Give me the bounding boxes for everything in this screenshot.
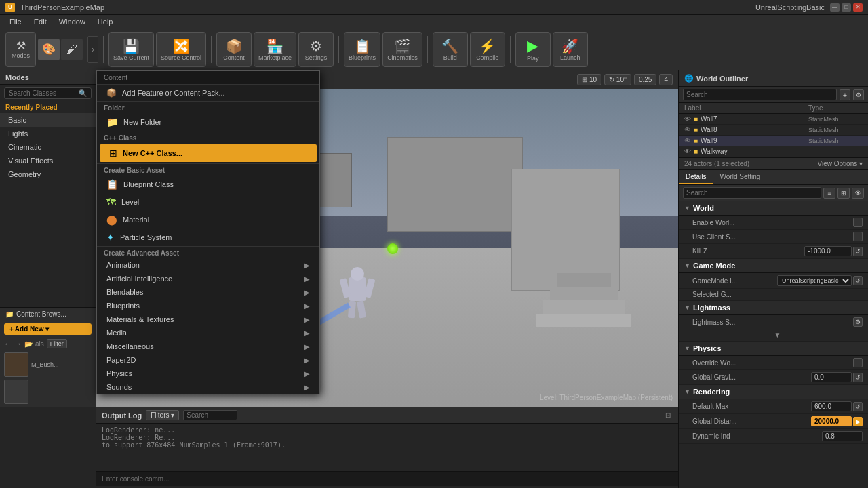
default-max-input[interactable] (811, 401, 852, 411)
win-close-button[interactable]: ✕ (853, 3, 863, 12)
asset-item-2[interactable] (4, 380, 92, 404)
paint-icon[interactable]: 🖌 (61, 39, 83, 60)
kill-z-reset-btn[interactable]: ↺ (853, 247, 863, 256)
sidebar-item-cinematic[interactable]: Cinematic (0, 140, 96, 154)
enable-world-checkbox[interactable] (853, 218, 863, 227)
rendering-section-header[interactable]: ▼ Rendering (679, 385, 868, 399)
view-options-btn[interactable]: View Options ▾ (817, 160, 863, 167)
gamemode-name: GameMode I... (692, 277, 777, 285)
content-button[interactable]: 📦 Content (216, 32, 252, 67)
rot-snap-btn[interactable]: ↻ 10° (604, 74, 631, 85)
win-minimize-button[interactable]: — (830, 3, 840, 12)
world-section-header[interactable]: ▼ World (679, 201, 868, 216)
ai-item[interactable]: Artificial Intelligence ▶ (97, 272, 319, 285)
back-icon[interactable]: ← (4, 340, 12, 348)
details-eye-icon[interactable]: 👁 (852, 188, 864, 199)
gamemode-reset-btn[interactable]: ↺ (853, 276, 863, 285)
material-item[interactable]: ⬤ Material (97, 211, 319, 228)
sculpt-icon[interactable]: 🎨 (38, 39, 60, 60)
kill-z-input[interactable] (804, 246, 852, 256)
search-classes-input[interactable] (9, 89, 79, 97)
marketplace-button[interactable]: 🏪 Marketplace (254, 32, 296, 67)
dynamic-ind-input[interactable] (822, 431, 863, 441)
outliner-settings-btn[interactable]: ⚙ (853, 89, 864, 100)
camera-speed-btn[interactable]: 4 (659, 74, 673, 85)
outliner-item-wall8[interactable]: 👁 ■ Wall8 StaticMesh (679, 125, 868, 136)
new-folder-item[interactable]: 📁 New Folder (97, 113, 319, 131)
menu-window[interactable]: Window (54, 17, 91, 26)
global-gravi-input[interactable] (811, 372, 852, 382)
launch-button[interactable]: 🚀 Launch (553, 32, 588, 67)
lightmass-s-btn[interactable]: ⚙ (853, 317, 863, 327)
blueprints-advanced-item[interactable]: Blueprints ▶ (97, 299, 319, 312)
menu-file[interactable]: File (4, 17, 27, 26)
sidebar-item-lights[interactable]: Lights (0, 127, 96, 140)
sounds-item[interactable]: Sounds ▶ (97, 380, 319, 394)
menu-edit[interactable]: Edit (28, 17, 52, 26)
new-cpp-item[interactable]: ⊞ New C++ Class... (100, 144, 317, 162)
output-log-search[interactable] (183, 410, 237, 420)
win-maximize-button[interactable]: □ (842, 3, 851, 12)
animation-item[interactable]: Animation ▶ (97, 258, 319, 272)
eye-icon-walkway[interactable]: 👁 (684, 148, 691, 155)
forward-icon[interactable]: → (14, 340, 22, 348)
cinematics-button[interactable]: 🎬 Cinematics (382, 32, 422, 67)
details-grid-icon[interactable]: ⊞ (837, 188, 850, 199)
details-list-icon[interactable]: ≡ (823, 188, 835, 199)
materials-textures-item[interactable]: Materials & Textures ▶ (97, 312, 319, 326)
asset-item-1[interactable]: M_Bush... (4, 352, 92, 377)
global-distar-reset-btn[interactable]: ▶ (853, 417, 863, 426)
level-item[interactable]: 🗺 Level (97, 193, 319, 211)
override-wo-checkbox[interactable] (853, 358, 863, 367)
play-button[interactable]: ▶ Play (515, 32, 551, 67)
outliner-item-wall7[interactable]: 👁 ■ Wall7 StaticMesh (679, 114, 868, 125)
add-feature-item[interactable]: 📦 Add Feature or Content Pack... (97, 85, 319, 101)
details-search-input[interactable] (683, 187, 821, 199)
particle-system-item[interactable]: ✦ Particle System (97, 228, 319, 246)
menu-help[interactable]: Help (92, 17, 119, 26)
eye-icon-wall7[interactable]: 👁 (684, 115, 691, 123)
global-distar-input[interactable] (811, 416, 852, 426)
add-new-button[interactable]: + Add New ▾ (4, 323, 92, 335)
blendables-item[interactable]: Blendables ▶ (97, 285, 319, 299)
settings-button[interactable]: ⚙ Settings (298, 32, 334, 67)
source-control-button[interactable]: 🔀 Source Control (156, 32, 206, 67)
details-tab-world-settings[interactable]: World Setting (713, 170, 768, 184)
output-scrollbar-btn[interactable]: ⊡ (663, 411, 673, 420)
chevron-expand[interactable]: › (87, 36, 98, 63)
blueprint-class-item[interactable]: 📋 Blueprint Class (97, 176, 319, 193)
misc-item[interactable]: Miscellaneous ▶ (97, 340, 319, 353)
outliner-search-input[interactable] (683, 89, 837, 100)
details-tab-details[interactable]: Details (679, 170, 713, 184)
compile-button[interactable]: ⚡ Compile (470, 32, 505, 67)
lightmass-expand-btn[interactable]: ▼ (679, 329, 868, 342)
build-button[interactable]: 🔨 Build (433, 32, 468, 67)
lightmass-section-header[interactable]: ▼ Lightmass (679, 301, 868, 315)
use-client-checkbox[interactable] (853, 232, 863, 241)
modes-button[interactable]: ⚒ Modes (5, 32, 36, 67)
outliner-add-btn[interactable]: + (840, 89, 850, 100)
default-max-reset-btn[interactable]: ↺ (853, 402, 863, 411)
global-gravi-reset-btn[interactable]: ↺ (853, 373, 863, 382)
outliner-item-walkway[interactable]: 👁 ■ Walkway (679, 146, 868, 157)
sidebar-item-basic[interactable]: Basic (0, 113, 96, 127)
sidebar-item-geometry[interactable]: Geometry (0, 167, 96, 181)
outliner-item-wall9[interactable]: 👁 ■ Wall9 StaticMesh (679, 136, 868, 146)
snap-grid-btn[interactable]: ⊞ 10 (577, 74, 601, 85)
eye-icon-wall9[interactable]: 👁 (684, 137, 691, 144)
save-current-button[interactable]: 💾 Save Current (108, 32, 154, 67)
console-input[interactable] (102, 475, 673, 483)
filters-button[interactable]: Filters ▾ (146, 410, 179, 420)
paper2d-item[interactable]: Paper2D ▶ (97, 353, 319, 367)
gamemode-dropdown[interactable]: UnrealScriptingBasic (777, 275, 852, 286)
scale-snap-btn[interactable]: 0.25 (634, 74, 656, 85)
filter-button[interactable]: Filter (47, 339, 67, 348)
sidebar-item-visual-effects[interactable]: Visual Effects (0, 154, 96, 167)
gamemode-section-header[interactable]: ▼ Game Mode (679, 259, 868, 273)
eye-icon-wall8[interactable]: 👁 (684, 126, 691, 134)
media-item[interactable]: Media ▶ (97, 326, 319, 340)
physics-section-header[interactable]: ▼ Physics (679, 342, 868, 356)
content-browser-label[interactable]: 📁 Content Brows... (0, 308, 96, 321)
physics-item[interactable]: Physics ▶ (97, 367, 319, 380)
blueprints-button[interactable]: 📋 Blueprints (344, 32, 380, 67)
